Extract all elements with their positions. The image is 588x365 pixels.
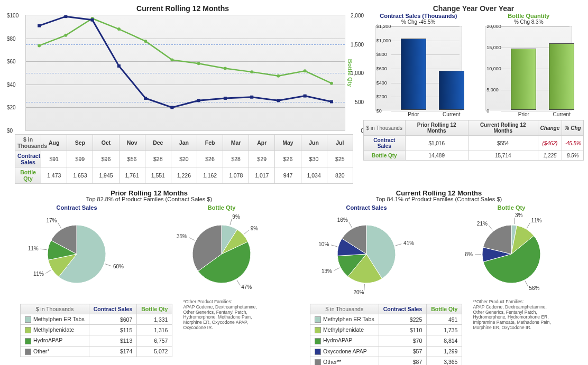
month-Nov: Nov [119, 135, 145, 151]
yoy-qty-title: Bottle Quantity [474, 13, 584, 19]
sales-Aug: $91 [41, 151, 67, 167]
table-row: Oxycodone APAP $57 1,299 [310, 346, 462, 357]
current-pie-block: Current Rolling 12 Months Top 84.1% of P… [294, 189, 584, 365]
yoy-h0: $ in Thousands [364, 120, 406, 136]
swatch-icon [315, 316, 321, 323]
swatch-icon [315, 338, 321, 344]
sales-Apr: $29 [249, 151, 275, 167]
swatch-icon [315, 359, 321, 365]
qty-Mar: 1,078 [223, 167, 249, 184]
svg-point-3 [117, 27, 121, 31]
sales-Mar: $28 [223, 151, 249, 167]
yoy-r2c: 1,225 [538, 151, 562, 161]
prior-footnote: *Other Product Families: APAP Codeine, D… [183, 300, 268, 331]
line-chart: $0 $20 $40 $60 $80 $100 0 500 1,000 1,50… [25, 15, 345, 131]
p-th0: $ in Thousands [21, 304, 89, 314]
prior-cs-label: Contract Sales [16, 204, 137, 211]
curr-bq-pie: 3%11%56%8%21% [453, 212, 569, 296]
qty-Sep: 1,653 [67, 167, 93, 184]
svg-text:60%: 60% [113, 264, 124, 269]
yl-4: $80 [7, 35, 16, 41]
svg-text:11%: 11% [28, 246, 39, 251]
qty-May: 947 [275, 167, 301, 184]
svg-rect-20 [250, 96, 253, 99]
prior-bq-label: Bottle Qty [161, 204, 282, 211]
curr-bq-label: Bottle Qty [451, 204, 572, 211]
svg-point-10 [304, 69, 307, 72]
yr-4: 2,000 [351, 13, 364, 18]
qty-Oct: 1,945 [93, 167, 119, 184]
yoy-title: Change Year Over Year [363, 4, 584, 13]
yoy-h4: % Chg [562, 120, 584, 136]
qty-Aug: 1,473 [41, 167, 67, 184]
yoy-r2: Bottle Qty [364, 151, 406, 161]
yoy-r1d: -45.5% [562, 136, 584, 151]
yl-3: $60 [7, 59, 16, 64]
yoy-r1b: $554 [468, 136, 538, 151]
qty-Jul: 820 [327, 167, 353, 184]
svg-point-0 [38, 44, 41, 47]
sales-Jul: $25 [327, 151, 353, 167]
current-product-table: $ in Thousands Contract Sales Bottle Qty… [310, 304, 462, 365]
prior-foot: APAP Codeine, Dextroamphetamine, Other G… [183, 304, 257, 330]
curr-cs-label: Contract Sales [306, 204, 427, 211]
yoy-h3: Change [538, 120, 562, 136]
svg-text:20%: 20% [353, 289, 364, 295]
qty-Apr: 1,017 [249, 167, 275, 184]
month-May: May [275, 135, 301, 151]
sales-Oct: $96 [93, 151, 119, 167]
yoy-r2d: 8.5% [562, 151, 584, 161]
month-Mar: Mar [223, 135, 249, 151]
svg-rect-15 [117, 64, 121, 68]
yoy-r1: Contract Sales [364, 136, 406, 151]
yl-0: $0 [7, 128, 13, 134]
month-Jul: Jul [327, 135, 353, 151]
svg-rect-17 [170, 106, 173, 109]
prior-pie-block: Prior Rolling 12 Months Top 82.8% of Pro… [4, 189, 294, 365]
svg-point-4 [144, 40, 147, 43]
prior-foot-h: *Other Product Families: [183, 299, 232, 304]
table-row: Methylphen ER Tabs $225 491 [310, 314, 462, 325]
svg-point-1 [64, 34, 67, 37]
table-row: Methylphen ER Tabs $607 1,331 [21, 314, 172, 325]
tbl-corner: $ in Thousands [15, 135, 41, 151]
svg-text:3%: 3% [515, 212, 523, 218]
svg-point-5 [170, 58, 173, 61]
c-th1: Contract Sales [379, 304, 427, 314]
svg-point-7 [224, 67, 227, 70]
c-th2: Bottle Qty [427, 304, 462, 314]
svg-rect-16 [144, 97, 147, 100]
yoy-qty-bar-chart: 05,00010,00015,00020,000 Prior Current [485, 26, 572, 110]
table-row: Other* $174 5,072 [21, 346, 172, 357]
rolling-12-line-block: Current Rolling 12 Months Contract Sales… [4, 4, 361, 184]
yoy-h2: Current Rolling 12 Months [468, 120, 538, 136]
curr-foot: APAP Codeine, Dextroamphetamine, Other G… [473, 304, 550, 330]
sales-Dec: $28 [145, 151, 171, 167]
curr-foot-h: **Other Product Families: [473, 299, 523, 304]
swatch-icon [25, 338, 31, 344]
svg-text:35%: 35% [177, 233, 187, 239]
yoy-r2a: 14,489 [405, 151, 468, 161]
swatch-icon [315, 327, 321, 333]
month-Oct: Oct [93, 135, 119, 151]
curr-footnote: **Other Product Families: APAP Codeine, … [473, 300, 557, 331]
yoy-r1a: $1,016 [405, 136, 468, 151]
svg-text:11%: 11% [33, 271, 44, 277]
qty-Dec: 1,551 [145, 167, 171, 184]
svg-text:21%: 21% [477, 221, 488, 227]
svg-rect-14 [91, 18, 94, 22]
svg-text:8%: 8% [465, 251, 473, 257]
row-contract-sales: Contract Sales [15, 151, 41, 167]
prior-bq-pie: 9%9%47%35% [163, 212, 280, 296]
yoy-table: $ in Thousands Prior Rolling 12 Months C… [363, 120, 584, 161]
table-row: Methylphenidate $115 1,316 [21, 325, 172, 335]
curr-sub: Top 84.1% of Product Familes (Contract S… [294, 196, 584, 202]
line-chart-title: Current Rolling 12 Months [4, 4, 361, 13]
yl-2: $40 [7, 81, 16, 87]
svg-text:9%: 9% [251, 226, 259, 231]
yoy-sales-title: Contract Sales (Thousands) [363, 13, 473, 19]
month-Dec: Dec [145, 135, 171, 151]
svg-rect-19 [224, 97, 227, 100]
curr-cs-pie: 41%20%13%10%16% [308, 212, 425, 296]
svg-text:13%: 13% [321, 268, 332, 274]
